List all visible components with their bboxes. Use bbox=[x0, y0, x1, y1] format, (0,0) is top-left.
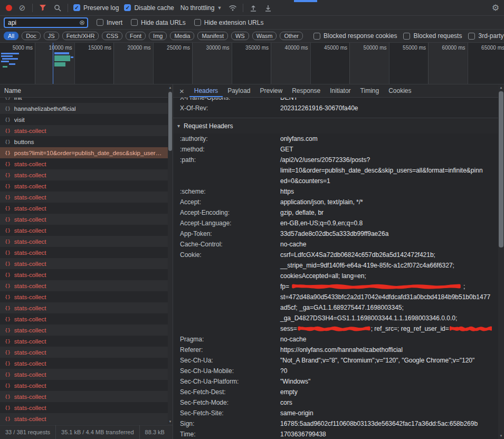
header-value: csrf=LdfcGX4Sa72db06824c657db26a5d142472… bbox=[280, 250, 498, 334]
blocked-response-cookies-checkbox[interactable]: Blocked response cookies bbox=[313, 32, 397, 40]
request-row-selected[interactable]: {}posts?limit=10&order=publish_date_desc… bbox=[0, 147, 168, 158]
type-filter-font[interactable]: Font bbox=[126, 32, 146, 40]
filter-icon[interactable] bbox=[38, 3, 47, 13]
request-row[interactable]: {}stats-collect bbox=[0, 402, 168, 413]
request-row[interactable]: {}stats-collect bbox=[0, 302, 168, 313]
header-value: 1703636799438 bbox=[280, 429, 498, 439]
tab-timing[interactable]: Timing bbox=[356, 84, 384, 97]
clear-filter-icon[interactable]: ⊗ bbox=[79, 19, 85, 26]
request-row[interactable]: {}stats-collect bbox=[0, 313, 168, 325]
request-row[interactable]: {}stats-collect bbox=[0, 280, 168, 291]
disclosure-triangle-icon: ▾ bbox=[177, 123, 180, 129]
hide-data-urls-checkbox[interactable]: Hide data URLs bbox=[131, 19, 186, 26]
request-row[interactable]: {}stats-collect bbox=[0, 169, 168, 180]
type-filter-wasm[interactable]: Wasm bbox=[252, 32, 277, 40]
record-icon[interactable] bbox=[6, 5, 12, 11]
type-filter-doc[interactable]: Doc bbox=[22, 32, 41, 40]
type-filter-manifest[interactable]: Manifest bbox=[197, 32, 228, 40]
tab-headers[interactable]: Headers bbox=[189, 84, 223, 97]
requests-scrollbar-thumb[interactable] bbox=[168, 92, 172, 151]
tab-payload[interactable]: Payload bbox=[223, 84, 255, 97]
header-name: Time: bbox=[180, 429, 280, 439]
type-filter-other[interactable]: Other bbox=[280, 32, 303, 40]
request-row[interactable]: {}stats-collect bbox=[0, 203, 168, 214]
request-row[interactable]: {}stats-collect bbox=[0, 225, 168, 236]
details-scrollbar[interactable]: ▲ ▼ bbox=[498, 84, 504, 439]
close-details-icon[interactable]: × bbox=[173, 84, 189, 97]
scroll-down-icon[interactable]: ▼ bbox=[168, 419, 173, 424]
request-row[interactable]: {}init bbox=[0, 98, 168, 103]
request-row[interactable]: {}stats-collect bbox=[0, 347, 168, 358]
overview-timeline[interactable]: 5000 ms10000 ms15000 ms20000 ms25000 ms3… bbox=[0, 43, 504, 84]
toolbar-divider bbox=[32, 4, 33, 12]
request-row[interactable]: {}stats-collect bbox=[0, 413, 168, 424]
fetch-xhr-icon: {} bbox=[5, 128, 11, 133]
request-name: hannahelizabethofficial bbox=[14, 106, 76, 112]
fetch-xhr-icon: {} bbox=[5, 328, 11, 333]
header-row: Sec-Fetch-Mode:cors bbox=[173, 397, 498, 408]
type-filter-js[interactable]: JS bbox=[44, 32, 59, 40]
request-row[interactable]: {}stats-collect bbox=[0, 391, 168, 402]
request-row[interactable]: {}stats-collect bbox=[0, 325, 168, 336]
request-row[interactable]: {}stats-collect bbox=[0, 125, 168, 136]
preserve-log-checkbox[interactable]: Preserve log bbox=[73, 4, 119, 12]
request-row[interactable]: {}hannahelizabethofficial bbox=[0, 103, 168, 114]
type-filter-media[interactable]: Media bbox=[170, 32, 194, 40]
request-row[interactable]: {}stats-collect bbox=[0, 214, 168, 225]
request-row[interactable]: {}stats-collect bbox=[0, 269, 168, 280]
name-column-header[interactable]: Name bbox=[0, 84, 173, 98]
tab-cookies[interactable]: Cookies bbox=[384, 84, 416, 97]
details-scrollbar-thumb[interactable] bbox=[499, 91, 503, 247]
filter-input[interactable] bbox=[8, 19, 79, 26]
type-filter-ws[interactable]: WS bbox=[231, 32, 249, 40]
network-filter-bar: ⊗ Invert Hide data URLs Hide extension U… bbox=[0, 16, 504, 30]
settings-gear-icon[interactable]: ⚙ bbox=[491, 3, 500, 13]
search-icon[interactable] bbox=[53, 3, 62, 13]
request-row[interactable]: {}stats-collect bbox=[0, 291, 168, 302]
tab-preview[interactable]: Preview bbox=[255, 84, 288, 97]
header-value: https bbox=[280, 186, 498, 197]
request-row[interactable]: {}stats-collect bbox=[0, 336, 168, 347]
request-row[interactable]: {}stats-collect bbox=[0, 369, 168, 380]
header-row: Referer:https://onlyfans.com/hannaheliza… bbox=[173, 345, 498, 355]
overview-tick-label: 25000 ms bbox=[154, 45, 190, 51]
hide-extension-urls-checkbox[interactable]: Hide extension URLs bbox=[194, 19, 264, 26]
header-row: :authority:onlyfans.com bbox=[173, 133, 498, 144]
request-row[interactable]: {}stats-collect bbox=[0, 180, 168, 192]
request-row[interactable]: {}stats-collect bbox=[0, 247, 168, 258]
network-conditions-icon[interactable] bbox=[228, 3, 237, 13]
request-row[interactable]: {}stats-collect bbox=[0, 358, 168, 369]
overview-tick-label: 40000 ms bbox=[272, 45, 308, 51]
tab-initiator[interactable]: Initiator bbox=[325, 84, 355, 97]
blocked-requests-checkbox[interactable]: Blocked requests bbox=[403, 32, 462, 40]
request-row[interactable]: {}visit bbox=[0, 114, 168, 125]
request-row[interactable]: {}stats-collect bbox=[0, 380, 168, 391]
request-headers-section-header[interactable]: ▾ Request Headers bbox=[173, 118, 498, 133]
request-row[interactable]: {}buttons bbox=[0, 136, 168, 147]
scroll-up-icon[interactable]: ▲ bbox=[168, 85, 173, 90]
invert-checkbox[interactable]: Invert bbox=[97, 19, 122, 26]
request-row[interactable]: {}stats-collect bbox=[0, 192, 168, 203]
type-filter-fetch-xhr[interactable]: Fetch/XHR bbox=[62, 32, 99, 40]
request-row[interactable]: {}stats-collect bbox=[0, 158, 168, 169]
disable-cache-checkbox[interactable]: Disable cache bbox=[124, 4, 174, 12]
scroll-down-icon[interactable]: ▼ bbox=[498, 433, 504, 438]
third-party-requests-checkbox[interactable]: 3rd-party requests bbox=[468, 32, 504, 40]
tab-response[interactable]: Response bbox=[287, 84, 325, 97]
requests-scrollbar[interactable]: ▲ ▼ bbox=[168, 84, 173, 425]
throttling-dropdown[interactable]: No throttling ▼ bbox=[179, 4, 223, 12]
clear-icon[interactable]: ⊘ bbox=[17, 3, 27, 13]
scroll-up-icon[interactable]: ▲ bbox=[498, 85, 504, 90]
import-har-icon[interactable] bbox=[249, 3, 258, 13]
filter-input-box[interactable]: ⊗ bbox=[4, 17, 88, 28]
type-filter-all[interactable]: All bbox=[4, 32, 18, 40]
overview-tick-label: 15000 ms bbox=[75, 45, 111, 51]
export-har-icon[interactable] bbox=[263, 3, 273, 13]
type-filter-css[interactable]: CSS bbox=[102, 32, 122, 40]
header-value: ?0 bbox=[280, 366, 498, 376]
headers-pane: X-Frame-Options:DENYX-Of-Rev:20231226191… bbox=[173, 98, 498, 439]
overview-tick-label: 10000 ms bbox=[36, 45, 72, 51]
request-row[interactable]: {}stats-collect bbox=[0, 258, 168, 269]
type-filter-img[interactable]: Img bbox=[149, 32, 167, 40]
request-row[interactable]: {}stats-collect bbox=[0, 236, 168, 247]
